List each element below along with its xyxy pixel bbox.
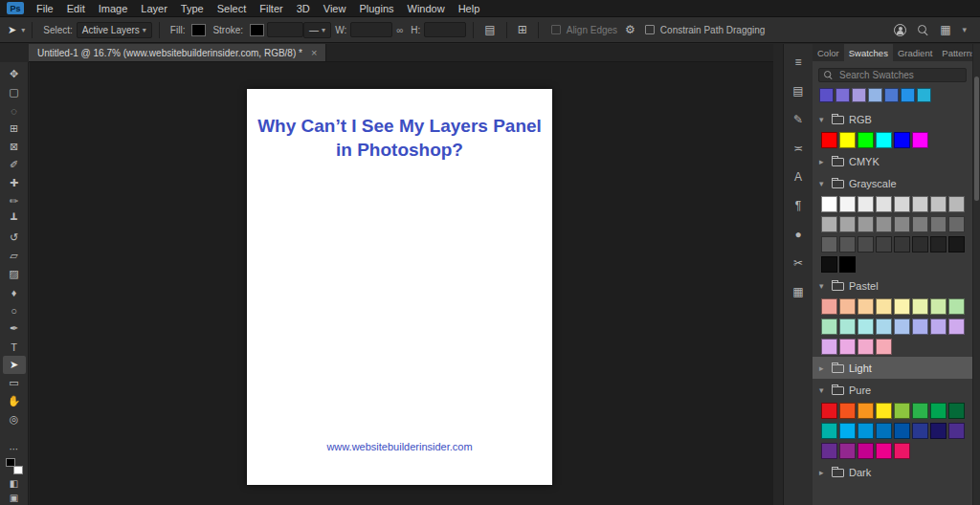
swatch[interactable] — [821, 216, 837, 232]
swatch[interactable] — [948, 196, 965, 212]
swatch[interactable] — [839, 236, 856, 252]
swatch[interactable] — [821, 318, 837, 335]
swatch[interactable] — [876, 132, 892, 148]
adjustments-panel-icon[interactable]: ≍ — [788, 140, 809, 156]
menu-help[interactable]: Help — [452, 0, 487, 17]
swatch[interactable] — [876, 339, 892, 355]
tab-close-icon[interactable]: × — [311, 47, 317, 58]
swatch[interactable] — [821, 298, 837, 315]
swatch-group-pastel[interactable]: ▾Pastel — [813, 274, 972, 296]
swatch[interactable] — [912, 318, 928, 335]
clone-source-panel-icon[interactable]: ✂ — [788, 254, 809, 271]
swatches-panel-icon[interactable]: ▤ — [788, 82, 809, 99]
brush-tool[interactable]: ✏ — [3, 192, 26, 210]
swatch[interactable] — [894, 236, 910, 252]
gear-icon[interactable]: ⚙ — [625, 23, 635, 36]
swatch[interactable] — [839, 298, 856, 315]
screen-mode-icon[interactable]: ▣ — [3, 491, 26, 505]
properties-panel-icon[interactable]: ≡ — [788, 54, 809, 70]
menu-window[interactable]: Window — [401, 0, 452, 17]
healing-brush-tool[interactable]: ✚ — [3, 174, 26, 192]
panel-tab-color[interactable]: Color — [813, 44, 844, 61]
swatch[interactable] — [868, 88, 882, 102]
zoom-tool[interactable]: ◎ — [3, 410, 26, 428]
edit-toolbar-icon[interactable]: ⋯ — [3, 442, 26, 456]
swatch[interactable] — [894, 298, 910, 315]
menu-type[interactable]: Type — [174, 0, 211, 17]
swatch[interactable] — [839, 318, 856, 335]
pattern-panel-icon[interactable]: ▦ — [788, 283, 809, 299]
menu-file[interactable]: File — [30, 0, 60, 17]
paragraph-panel-icon[interactable]: ¶ — [788, 197, 809, 213]
swatch[interactable] — [876, 196, 892, 212]
constrain-path-checkbox[interactable] — [645, 25, 655, 34]
marquee-tool[interactable]: ▢ — [3, 83, 26, 101]
swatch[interactable] — [894, 403, 910, 419]
path-selection-tool[interactable]: ➤ — [3, 356, 26, 374]
photoshop-logo[interactable]: Ps — [7, 2, 24, 14]
menu-3d[interactable]: 3D — [290, 0, 317, 17]
account-avatar-icon[interactable] — [894, 24, 906, 36]
type-tool[interactable]: T — [3, 338, 26, 356]
blur-tool[interactable]: ♦ — [3, 283, 26, 301]
height-field[interactable] — [424, 22, 466, 37]
swatch-group-rgb[interactable]: ▾RGB — [813, 108, 972, 130]
select-mode-dropdown[interactable]: Active Layers ▾ — [77, 22, 152, 38]
eraser-tool[interactable]: ▱ — [3, 247, 26, 265]
swatch[interactable] — [821, 423, 837, 439]
swatch[interactable] — [821, 339, 837, 355]
swatch[interactable] — [901, 88, 915, 102]
swatch-group-dark[interactable]: ▸Dark — [813, 461, 972, 483]
swatch[interactable] — [876, 236, 892, 252]
swatch[interactable] — [948, 216, 965, 232]
swatch[interactable] — [930, 196, 947, 212]
swatch[interactable] — [948, 403, 965, 419]
gradient-tool[interactable]: ▨ — [3, 265, 26, 283]
swatch[interactable] — [852, 88, 866, 102]
swatch[interactable] — [894, 318, 910, 335]
stroke-style-dropdown[interactable]: — ▾ — [303, 22, 331, 38]
hand-tool[interactable]: ✋ — [3, 392, 26, 410]
swatch[interactable] — [839, 132, 856, 148]
swatches-search[interactable] — [818, 68, 967, 82]
swatch[interactable] — [858, 318, 874, 335]
swatch[interactable] — [930, 298, 947, 315]
document-tab[interactable]: Untitled-1 @ 16.7% (www.websitebuilderin… — [29, 44, 326, 61]
menu-plugins[interactable]: Plugins — [352, 0, 400, 17]
menu-edit[interactable]: Edit — [60, 0, 92, 17]
dodge-tool[interactable]: ○ — [3, 301, 26, 319]
history-brush-tool[interactable]: ↺ — [3, 229, 26, 247]
swatch[interactable] — [839, 196, 856, 212]
swatch[interactable] — [839, 339, 856, 355]
scrollbar-thumb[interactable] — [974, 77, 979, 201]
quick-mask-icon[interactable]: ◧ — [3, 476, 26, 491]
swatch-group-cmyk[interactable]: ▸CMYK — [813, 150, 972, 172]
stroke-width-field[interactable] — [267, 22, 303, 37]
swatch[interactable] — [912, 196, 928, 212]
search-icon[interactable] — [918, 25, 928, 35]
background-color-swatch[interactable] — [13, 466, 23, 474]
menu-view[interactable]: View — [317, 0, 353, 17]
swatch[interactable] — [821, 196, 837, 212]
swatch[interactable] — [894, 423, 910, 439]
menu-select[interactable]: Select — [211, 0, 254, 17]
swatches-scrollbar[interactable] — [972, 44, 980, 505]
swatch[interactable] — [858, 443, 874, 459]
search-swatches-input[interactable] — [837, 69, 962, 81]
swatch[interactable] — [839, 403, 856, 419]
swatch[interactable] — [912, 216, 928, 232]
swatch[interactable] — [858, 216, 874, 232]
current-tool-icon[interactable]: ➤ — [8, 24, 16, 36]
swatch[interactable] — [894, 443, 910, 459]
tool-preset-chevron-icon[interactable]: ▾ — [21, 26, 25, 34]
swatch[interactable] — [835, 88, 850, 102]
pen-tool[interactable]: ✒ — [3, 319, 26, 338]
swatch[interactable] — [876, 443, 892, 459]
swatch[interactable] — [839, 256, 856, 273]
path-arrangement-icon[interactable]: ⊞ — [518, 23, 527, 36]
swatch-group-light[interactable]: ▸Light — [813, 357, 972, 379]
panel-tab-patterns[interactable]: Patterns — [937, 44, 972, 61]
workspace-switcher-icon[interactable]: ▦ — [940, 23, 950, 36]
swatch[interactable] — [858, 298, 874, 315]
swatch[interactable] — [858, 236, 874, 252]
